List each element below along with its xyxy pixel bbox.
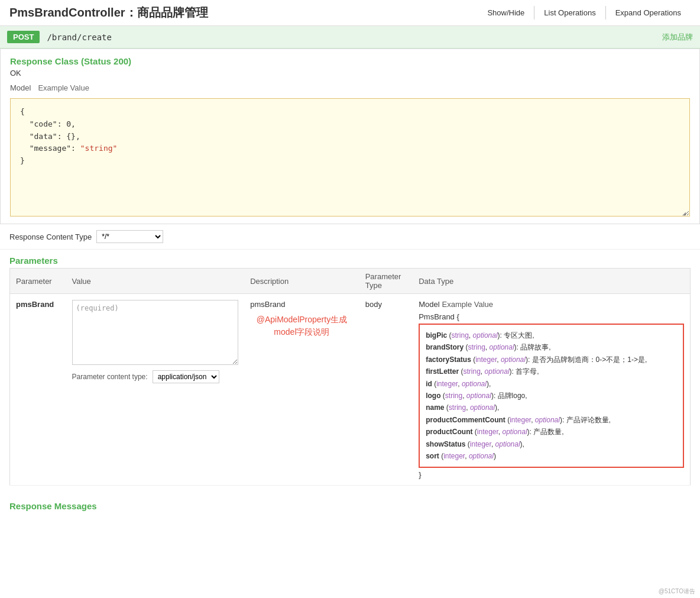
field-bigPic: bigPic (string, optional): 专区大图, (426, 329, 677, 341)
field-productCommentCount: productCommentCount (integer, optional):… (426, 414, 677, 426)
json-line-3: "data": {}, (20, 131, 680, 143)
param-content-type-label: Parameter content type: (72, 373, 148, 381)
field-firstLetter: firstLetter (string, optional): 首字母, (426, 366, 677, 377)
model-label[interactable]: Model (10, 83, 31, 92)
annotation-text: @ApiModelProperty生成model字段说明 (250, 313, 354, 338)
add-brand-link[interactable]: 添加品牌 (662, 32, 693, 43)
field-brandStory: brandStory (string, optional): 品牌故事, (426, 341, 677, 353)
params-table-header: Parameter Value Description ParameterTyp… (10, 269, 691, 294)
resize-handle[interactable]: ◢ (682, 209, 688, 215)
params-header-row: Parameter Value Description ParameterTyp… (10, 269, 691, 294)
response-class-title: Response Class (Status 200) (10, 56, 690, 66)
param-type-value: body (365, 300, 382, 309)
param-desc-cell: pmsBrand @ApiModelProperty生成model字段说明 (244, 294, 359, 486)
param-name: pmsBrand (16, 300, 54, 309)
post-bar: POST /brand/create 添加品牌 (0, 26, 700, 49)
example-value-tab[interactable]: Example Value (33, 82, 93, 93)
param-content-type-row: Parameter content type: application/json… (72, 370, 239, 383)
json-line-4: "message": "string" (20, 143, 680, 155)
parameters-table-container: Parameter Value Description ParameterTyp… (0, 268, 700, 495)
param-value-textarea[interactable]: (required) (72, 300, 239, 365)
response-class-section: Response Class (Status 200) OK Model Exa… (0, 49, 700, 224)
header-nav: Show/Hide List Operations Expand Operati… (478, 6, 691, 20)
header: PmsBrandController：商品品牌管理 Show/Hide List… (0, 0, 700, 26)
col-parameter-type: ParameterType (359, 269, 413, 294)
post-badge: POST (7, 31, 40, 43)
field-id: id (integer, optional), (426, 378, 677, 390)
param-name-cell: pmsBrand (10, 294, 66, 486)
model-box-title: PmsBrand { (419, 312, 684, 321)
field-factoryStatus: factoryStatus (integer, optional): 是否为品牌… (426, 354, 677, 366)
page-title: PmsBrandController：商品品牌管理 (9, 5, 208, 21)
json-line-5: } (20, 155, 680, 167)
model-close-brace: } (419, 470, 684, 479)
example-tab-dt[interactable]: Example Value (442, 300, 493, 309)
col-description: Description (244, 269, 359, 294)
data-type-tabs: Model Example Value (419, 300, 684, 309)
json-block: { "code": 0, "data": {}, "message": "str… (10, 98, 690, 216)
response-messages-title: Response Messages (0, 495, 700, 513)
json-line-1: { (20, 106, 680, 118)
param-value-cell: (required) Parameter content type: appli… (66, 294, 245, 486)
model-tab-dt[interactable]: Model (419, 300, 439, 309)
response-content-type-row: Response Content Type */* application/js… (0, 224, 700, 250)
status-ok: OK (10, 69, 690, 77)
post-path: /brand/create (47, 33, 112, 42)
rct-select[interactable]: */* application/json (96, 230, 163, 243)
col-data-type: Data Type (413, 269, 690, 294)
field-productCount: productCount (integer, optional): 产品数量, (426, 426, 677, 438)
show-hide-nav[interactable]: Show/Hide (478, 6, 534, 20)
param-type-cell: body (359, 294, 413, 486)
param-desc-name: pmsBrand (250, 300, 354, 309)
params-table-body: pmsBrand (required) Parameter content ty… (10, 294, 691, 486)
model-detail-box: bigPic (string, optional): 专区大图, brandSt… (419, 324, 684, 468)
col-parameter: Parameter (10, 269, 66, 294)
parameters-title: Parameters (0, 250, 700, 268)
parameters-table: Parameter Value Description ParameterTyp… (9, 268, 691, 486)
col-value: Value (66, 269, 245, 294)
expand-operations-nav[interactable]: Expand Operations (605, 6, 691, 20)
rct-label: Response Content Type (9, 232, 92, 241)
list-operations-nav[interactable]: List Operations (534, 6, 605, 20)
data-type-cell: Model Example Value PmsBrand { bigPic (s… (413, 294, 690, 486)
field-name: name (string, optional), (426, 402, 677, 413)
field-showStatus: showStatus (integer, optional), (426, 438, 677, 450)
table-row: pmsBrand (required) Parameter content ty… (10, 294, 691, 486)
field-logo: logo (string, optional): 品牌logo, (426, 390, 677, 402)
json-line-2: "code": 0, (20, 118, 680, 131)
param-content-type-select[interactable]: application/json text/plain (153, 370, 219, 383)
field-sort: sort (integer, optional) (426, 450, 677, 462)
response-model-tabs: Model Example Value (10, 82, 690, 93)
param-desc-text: pmsBrand @ApiModelProperty生成model字段说明 (250, 300, 354, 338)
